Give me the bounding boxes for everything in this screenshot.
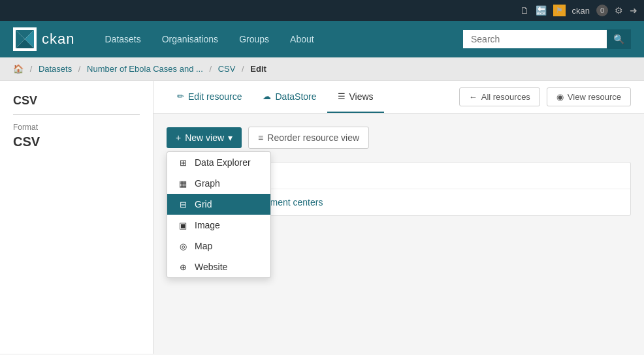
menu-image[interactable]: ▣ Image (167, 215, 270, 236)
tab-views[interactable]: ☰ Views (327, 81, 384, 113)
edit-icon: ✏ (177, 91, 184, 101)
breadcrumb-sep-2: / (209, 64, 212, 74)
breadcrumb-sep-1: / (78, 64, 81, 74)
navbar-nav: Datasets Organisations Groups About (94, 21, 463, 57)
flag-icon[interactable]: ⚑ (553, 5, 566, 16)
ckan-logo-svg (16, 30, 34, 48)
file-icon[interactable]: 🗋 (520, 5, 529, 16)
nav-organisations[interactable]: Organisations (152, 21, 229, 57)
navbar-title: ckan (42, 31, 74, 48)
bar-chart-icon: ▦ (178, 179, 188, 189)
tab-edit-resource[interactable]: ✏ Edit resource (167, 81, 252, 113)
sidebar-title: CSV (13, 94, 140, 115)
new-view-dropdown: ⊞ Data Explorer ▦ Graph ⊟ Grid ▣ Image (167, 151, 271, 278)
main-layout: CSV Format CSV ✏ Edit resource ☁ DataSto… (0, 81, 644, 354)
nav-groups[interactable]: Groups (229, 21, 280, 57)
toolbar: + New view ▾ ≡ Reorder resource view ⊞ D… (167, 127, 631, 149)
breadcrumb-home[interactable]: 🏠 (13, 64, 24, 74)
nav-about[interactable]: About (280, 21, 325, 57)
username-label: ckan (572, 6, 590, 16)
breadcrumb-datasets[interactable]: Datasets (39, 64, 72, 74)
tabs-left: ✏ Edit resource ☁ DataStore ☰ Views (167, 81, 384, 113)
navbar: ckan Datasets Organisations Groups About… (0, 21, 644, 57)
nav-datasets[interactable]: Datasets (94, 21, 151, 57)
breadcrumb-csv[interactable]: CSV (218, 64, 236, 74)
content-body: + New view ▾ ≡ Reorder resource view ⊞ D… (153, 114, 644, 354)
back-icon[interactable]: 🔙 (536, 5, 547, 16)
signout-icon[interactable]: ➜ (630, 5, 637, 16)
format-label: Format (13, 123, 140, 132)
table-icon: ⊞ (178, 158, 188, 168)
plus-icon: + (176, 132, 181, 143)
breadcrumb: 🏠 / Datasets / Number of Ebola Cases and… (0, 57, 644, 81)
caret-icon: ▾ (228, 132, 233, 143)
tabs-right: ← All resources ◉ View resource (459, 87, 631, 106)
btn-all-resources[interactable]: ← All resources (459, 87, 540, 106)
menu-website[interactable]: ⊕ Website (167, 256, 270, 277)
user-menu[interactable]: ckan (572, 6, 590, 16)
menu-data-explorer[interactable]: ⊞ Data Explorer (167, 152, 270, 173)
grid-icon: ⊟ (178, 200, 188, 209)
menu-graph[interactable]: ▦ Graph (167, 173, 270, 194)
navbar-logo (13, 27, 37, 51)
web-icon: ⊕ (178, 262, 188, 272)
breadcrumb-sep-3: / (242, 64, 244, 74)
breadcrumb-sep-0: / (30, 64, 33, 74)
reorder-icon: ≡ (258, 132, 263, 143)
search-box: 🔍 (463, 29, 631, 49)
reorder-button[interactable]: ≡ Reorder resource view (248, 127, 369, 149)
cloud-icon: ☁ (263, 91, 271, 101)
list-icon: ☰ (338, 91, 346, 101)
tab-datastore[interactable]: ☁ DataStore (252, 81, 327, 113)
menu-grid[interactable]: ⊟ Grid (167, 194, 270, 215)
menu-map[interactable]: ◎ Map (167, 236, 270, 256)
system-bar: 🗋 🔙 ⚑ ckan 0 ⚙ ➜ (0, 0, 644, 21)
map-icon: ◎ (178, 241, 188, 251)
breadcrumb-dataset-name[interactable]: Number of Ebola Cases and ... (87, 64, 203, 74)
search-button[interactable]: 🔍 (607, 29, 631, 49)
notification-badge[interactable]: 0 (596, 5, 608, 16)
gear-icon[interactable]: ⚙ (615, 5, 623, 16)
tab-bar: ✏ Edit resource ☁ DataStore ☰ Views ← Al… (153, 81, 644, 114)
navbar-brand[interactable]: ckan (13, 27, 74, 51)
new-view-button[interactable]: + New view ▾ (167, 127, 242, 148)
btn-view-resource[interactable]: ◉ View resource (547, 87, 631, 106)
sidebar: CSV Format CSV (0, 81, 153, 354)
eye-icon: ◉ (556, 92, 564, 102)
back-arrow-icon: ← (469, 92, 477, 102)
image-icon: ▣ (178, 221, 188, 230)
content-area: ✏ Edit resource ☁ DataStore ☰ Views ← Al… (153, 81, 644, 354)
breadcrumb-current: Edit (250, 64, 266, 74)
format-value: CSV (13, 134, 140, 149)
search-input[interactable] (463, 30, 607, 48)
